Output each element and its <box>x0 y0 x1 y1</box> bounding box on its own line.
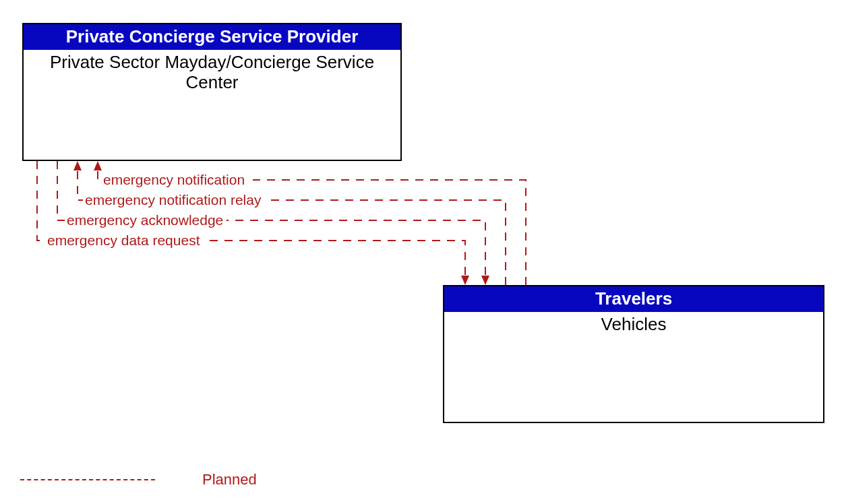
svg-rect-7 <box>45 233 207 248</box>
flow-label-emergency-notification-relay: emergency notification relay <box>85 192 262 208</box>
legend-planned-label: Planned <box>202 471 257 489</box>
svg-rect-3 <box>83 193 268 208</box>
svg-rect-5 <box>65 213 227 228</box>
flow-label-emergency-data-request: emergency data request <box>47 232 200 248</box>
entity-travelers-body: Vehicles <box>444 312 823 338</box>
svg-marker-4 <box>481 276 489 285</box>
svg-marker-0 <box>94 161 102 170</box>
flow-emergency-data-request: emergency data request <box>37 161 469 285</box>
svg-marker-6 <box>461 276 469 285</box>
legend-planned: Planned <box>20 471 257 489</box>
svg-rect-1 <box>101 172 253 187</box>
entity-travelers-header: Travelers <box>444 286 823 312</box>
svg-marker-2 <box>73 161 82 170</box>
entity-provider-body: Private Sector Mayday/Concierge Service … <box>24 50 400 96</box>
flow-label-emergency-notification: emergency notification <box>103 172 245 187</box>
flow-label-emergency-acknowledge: emergency acknowledge <box>67 212 223 228</box>
entity-provider-header: Private Concierge Service Provider <box>24 24 400 50</box>
entity-provider-box: Private Concierge Service Provider Priva… <box>22 23 402 161</box>
flow-emergency-acknowledge: emergency acknowledge <box>57 161 489 285</box>
legend-line-icon <box>20 479 155 480</box>
flow-emergency-notification-relay: emergency notification relay <box>73 161 506 285</box>
flow-emergency-notification: emergency notification <box>94 161 526 285</box>
entity-travelers-box: Travelers Vehicles <box>443 285 824 423</box>
